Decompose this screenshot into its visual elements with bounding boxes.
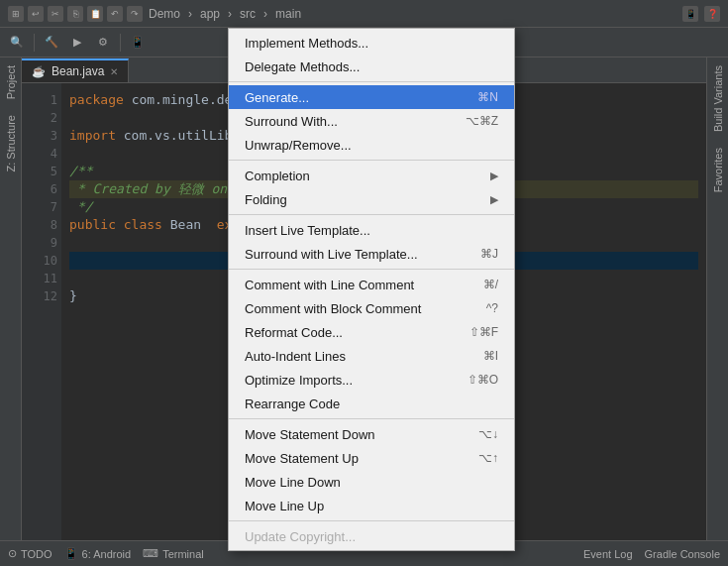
sidebar-item-favorites[interactable]: Favorites	[710, 140, 726, 200]
left-panel: Project Z: Structure	[0, 57, 22, 540]
right-panel: Build Variants Favorites	[706, 57, 728, 540]
event-log-label: Event Log	[583, 548, 633, 560]
menu-item-move-statement-down[interactable]: Move Statement Down ⌥↓	[229, 422, 514, 446]
menu-separator-5	[229, 520, 514, 521]
status-terminal[interactable]: ⌨ Terminal	[143, 547, 204, 560]
search-toolbar-btn[interactable]: 🔍	[6, 32, 28, 54]
status-gradle-console[interactable]: Gradle Console	[645, 548, 720, 560]
menu-item-delegate-methods[interactable]: Delegate Methods...	[229, 55, 514, 78]
menu-item-optimize-imports[interactable]: Optimize Imports... ⇧⌘O	[229, 368, 514, 392]
android-label: 6: Android	[82, 548, 132, 560]
title-bar: ⊞ ↩ ✂ ⎘ 📋 ↶ ↷ Demo › app › src › main 📱 …	[0, 0, 728, 28]
android-status-icon: 📱	[64, 547, 78, 560]
rearrange-code-label: Rearrange Code	[245, 396, 478, 411]
surround-with-shortcut: ⌥⌘Z	[466, 114, 498, 128]
folding-arrow-icon: ▶	[490, 193, 498, 206]
title-bar-icons: ⊞ ↩ ✂ ⎘ 📋 ↶ ↷	[8, 6, 143, 22]
toolbar-separator-2	[120, 34, 121, 52]
copy-icon[interactable]: ⎘	[67, 6, 83, 22]
title-bar-breadcrumb: Demo › app › src › main	[149, 7, 676, 21]
menu-item-comment-line[interactable]: Comment with Line Comment ⌘/	[229, 273, 514, 296]
move-line-down-label: Move Line Down	[245, 475, 478, 490]
folding-label: Folding	[245, 192, 490, 207]
tab-close-btn[interactable]: ✕	[110, 66, 118, 77]
move-statement-up-label: Move Statement Up	[245, 451, 459, 466]
main-label[interactable]: main	[275, 7, 301, 21]
unwrap-remove-label: Unwrap/Remove...	[245, 138, 478, 153]
menu-item-unwrap-remove[interactable]: Unwrap/Remove...	[229, 133, 514, 157]
toolbar-separator-1	[34, 34, 35, 52]
reformat-code-label: Reformat Code...	[245, 325, 450, 340]
surround-with-label: Surround With...	[245, 114, 446, 129]
device-toolbar-btn[interactable]: 📱	[127, 32, 149, 54]
comment-line-shortcut: ⌘/	[483, 278, 498, 291]
implement-methods-label: Implement Methods...	[245, 36, 478, 51]
comment-block-label: Comment with Block Comment	[245, 301, 467, 316]
redo-icon[interactable]: ↷	[127, 6, 143, 22]
settings-toolbar-btn[interactable]: ⚙	[92, 32, 114, 54]
menu-item-completion[interactable]: Completion ▶	[229, 164, 514, 187]
undo-icon[interactable]: ↶	[107, 6, 123, 22]
insert-live-template-label: Insert Live Template...	[245, 223, 478, 238]
menu-separator-1	[229, 160, 514, 161]
auto-indent-shortcut: ⌘I	[483, 349, 498, 363]
line-numbers: 1 2 3 4 5 6 7 8 9 10 11 12	[22, 83, 61, 540]
menu-item-reformat-code[interactable]: Reformat Code... ⇧⌘F	[229, 320, 514, 344]
menu-item-move-line-down[interactable]: Move Line Down	[229, 470, 514, 494]
menu-item-implement-methods[interactable]: Implement Methods...	[229, 31, 514, 55]
auto-indent-label: Auto-Indent Lines	[245, 349, 464, 364]
menu-item-folding[interactable]: Folding ▶	[229, 187, 514, 211]
update-copyright-label: Update Copyright...	[245, 529, 478, 544]
sidebar-item-project[interactable]: Project	[3, 57, 19, 107]
status-todo[interactable]: ⊙ TODO	[8, 547, 52, 560]
todo-icon: ⊙	[8, 547, 17, 560]
generate-label: Generate...	[245, 90, 458, 105]
menu-separator-0	[229, 81, 514, 82]
menu-separator-3	[229, 269, 514, 270]
menu-separator-4	[229, 418, 514, 419]
move-line-up-label: Move Line Up	[245, 499, 478, 513]
menu-item-insert-live-template[interactable]: Insert Live Template...	[229, 218, 514, 242]
menu-item-rearrange-code[interactable]: Rearrange Code	[229, 392, 514, 415]
sidebar-item-structure[interactable]: Z: Structure	[3, 107, 19, 179]
status-event-log[interactable]: Event Log	[583, 548, 633, 560]
help-icon[interactable]: ❓	[704, 6, 720, 22]
sidebar-item-build-variants[interactable]: Build Variants	[710, 57, 726, 140]
menu-item-surround-with[interactable]: Surround With... ⌥⌘Z	[229, 109, 514, 133]
reformat-code-shortcut: ⇧⌘F	[469, 325, 498, 339]
menu-item-auto-indent[interactable]: Auto-Indent Lines ⌘I	[229, 344, 514, 368]
optimize-imports-shortcut: ⇧⌘O	[468, 373, 498, 387]
paste-icon[interactable]: 📋	[87, 6, 103, 22]
menu-item-move-line-up[interactable]: Move Line Up	[229, 494, 514, 517]
menu-item-surround-live[interactable]: Surround with Live Template... ⌘J	[229, 242, 514, 266]
tab-label: Bean.java	[52, 64, 104, 78]
comment-block-shortcut: ^?	[486, 301, 498, 315]
completion-arrow-icon: ▶	[490, 170, 498, 182]
menu-item-update-copyright[interactable]: Update Copyright...	[229, 524, 514, 548]
comment-line-label: Comment with Line Comment	[245, 278, 464, 292]
optimize-imports-label: Optimize Imports...	[245, 373, 448, 388]
menu-separator-2	[229, 214, 514, 215]
cut-icon[interactable]: ✂	[48, 6, 63, 22]
project-label[interactable]: Demo	[149, 7, 180, 21]
android-icon[interactable]: 📱	[682, 6, 698, 22]
move-statement-down-shortcut: ⌥↓	[478, 427, 498, 441]
menu-item-generate[interactable]: Generate... ⌘N	[229, 85, 514, 109]
menu-item-comment-block[interactable]: Comment with Block Comment ^?	[229, 296, 514, 320]
run-toolbar-btn[interactable]: ▶	[66, 32, 88, 54]
tab-bean-java[interactable]: ☕ Bean.java ✕	[22, 58, 129, 82]
surround-live-shortcut: ⌘J	[480, 247, 498, 261]
tab-icon: ☕	[32, 65, 46, 78]
status-android[interactable]: 📱 6: Android	[64, 547, 132, 560]
app-label[interactable]: app	[200, 7, 220, 21]
terminal-icon: ⌨	[143, 547, 158, 560]
back-icon[interactable]: ↩	[28, 6, 44, 22]
delegate-methods-label: Delegate Methods...	[245, 59, 478, 74]
src-label[interactable]: src	[240, 7, 256, 21]
menu-item-move-statement-up[interactable]: Move Statement Up ⌥↑	[229, 446, 514, 470]
generate-shortcut: ⌘N	[477, 90, 498, 104]
title-bar-right: 📱 ❓	[682, 6, 720, 22]
context-menu: Implement Methods... Delegate Methods...…	[228, 28, 515, 551]
build-toolbar-btn[interactable]: 🔨	[41, 32, 62, 54]
terminal-label: Terminal	[162, 548, 204, 560]
